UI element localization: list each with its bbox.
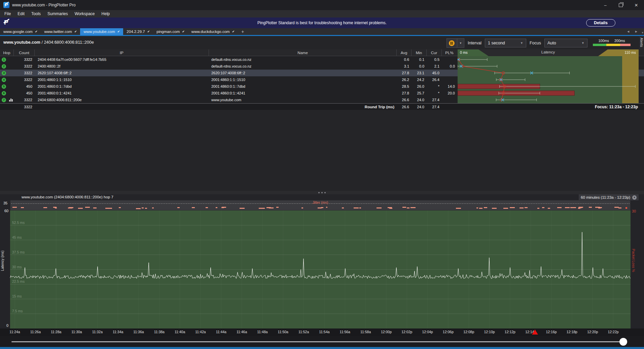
- target-header-bar: www.youtube.com / 2404:6800:4006:811::20…: [0, 36, 644, 49]
- time-tick-label: 11:26a: [30, 330, 41, 334]
- time-tick-label: 12:10p: [484, 330, 495, 334]
- pause-options-caret[interactable]: ▼: [457, 38, 464, 48]
- menu-item-tools[interactable]: Tools: [28, 11, 44, 17]
- svg-text:15 ms: 15 ms: [12, 294, 22, 298]
- jitter-mark: [410, 207, 416, 208]
- jitter-mark: [342, 207, 344, 208]
- cur-cell: 26.4: [426, 76, 441, 83]
- time-tick-label: 11:58a: [360, 330, 371, 334]
- details-button[interactable]: Details: [586, 19, 615, 27]
- time-range-button[interactable]: 60 minutes (11:23a - 12:23p) ▼: [579, 194, 639, 200]
- time-tick-label: 11:28a: [51, 330, 61, 334]
- hop-latency-graph[interactable]: [458, 56, 639, 103]
- menu-item-summaries[interactable]: Summaries: [44, 11, 71, 17]
- scale-100ms-label: 100ms: [598, 39, 609, 43]
- avg-cell: 28.5: [396, 83, 411, 90]
- ip-cell: 2001:4860:0:1::4241: [38, 90, 206, 96]
- tab-label: pingman.com: [156, 30, 180, 34]
- jitter-mark: [12, 207, 17, 208]
- jitter-mark: [542, 207, 544, 208]
- timeline-scrollbar: [0, 336, 644, 347]
- time-tick-label: 11:44a: [216, 330, 226, 334]
- menu-item-file[interactable]: File: [1, 11, 14, 17]
- svg-text:52.5 ms: 52.5 ms: [12, 221, 25, 225]
- interval-label: Interval: [468, 41, 481, 45]
- target-host: www.youtube.com: [3, 40, 40, 45]
- column-header-pl[interactable]: PL%: [441, 49, 457, 56]
- graph-indicator-icon: [9, 98, 13, 102]
- pause-icon: [449, 40, 455, 46]
- jitter-mark: [402, 207, 406, 208]
- jitter-mark: [476, 207, 478, 208]
- column-header-ip[interactable]: IP: [34, 49, 209, 56]
- jitter-mark: [570, 207, 574, 208]
- tab-label: www.twitter.com: [44, 30, 72, 34]
- jitter-mark: [598, 207, 600, 208]
- pingplotter-window: www.youtube.com - PingPlotter Pro – ✕ Fi…: [0, 0, 644, 349]
- jitter-mark: [142, 207, 144, 208]
- upgrade-banner: PingPlotter Standard is best for trouble…: [0, 17, 644, 28]
- column-header-hop[interactable]: Hop: [0, 49, 13, 56]
- pl-cell: [441, 70, 457, 76]
- focus-marker-icon[interactable]: [532, 329, 538, 335]
- jitter-mark: [377, 207, 379, 208]
- app-icon: [3, 2, 9, 8]
- focus-select[interactable]: Auto ▼: [544, 39, 587, 47]
- jitter-mark: [152, 207, 154, 208]
- menu-item-workspace[interactable]: Workspace: [72, 11, 98, 17]
- interval-value: 1 second: [488, 41, 505, 45]
- new-tab-button[interactable]: +: [238, 28, 247, 35]
- latency-max-label: 110 ms: [624, 50, 636, 54]
- pl-cell: [441, 56, 457, 63]
- interval-select[interactable]: 1 second ▼: [485, 39, 526, 47]
- splitter-handle[interactable]: [0, 191, 644, 194]
- jitter-mark: [388, 207, 392, 208]
- hop-number-badge: 5: [2, 84, 6, 89]
- chevron-down-icon: ▼: [520, 41, 523, 45]
- column-header-min[interactable]: Min: [411, 49, 426, 56]
- count-cell: 3322: [13, 76, 34, 83]
- menu-item-help[interactable]: Help: [99, 11, 113, 17]
- tab-list-caret-icon[interactable]: ▾: [642, 31, 643, 34]
- jitter-mark: [326, 207, 327, 208]
- hop-number-badge: 2: [2, 64, 6, 69]
- menu-item-edit[interactable]: Edit: [14, 11, 28, 17]
- target-tab[interactable]: www.google.com✔: [0, 28, 41, 35]
- avg-cell: 27.8: [396, 90, 411, 96]
- trace-controls: ▼ Interval 1 second ▼ Focus Auto ▼ 100ms…: [446, 38, 631, 48]
- column-header-count[interactable]: Count: [13, 49, 34, 56]
- maximize-button[interactable]: [613, 0, 629, 10]
- minimize-button[interactable]: –: [598, 0, 613, 10]
- time-tick-label: 11:24a: [9, 330, 20, 334]
- alerts-label: Alerts: [640, 38, 644, 47]
- target-tab[interactable]: 204.2.29.7✔: [123, 28, 153, 35]
- jitter-mark: [21, 207, 24, 208]
- chevron-down-circle-icon: ▼: [632, 195, 637, 200]
- tab-scroll-left-icon[interactable]: ◄: [627, 30, 630, 33]
- latency-timeline-chart[interactable]: 7.5 ms15 ms22.5 ms30 ms37.5 ms45 ms52.5 …: [0, 210, 644, 328]
- jitter-mark: [68, 207, 72, 208]
- chevron-down-icon: ▼: [581, 41, 584, 45]
- scrollbar-thumb[interactable]: [619, 338, 627, 346]
- cur-cell: 2.1: [426, 63, 441, 70]
- jitter-end-marker: [625, 207, 627, 209]
- jitter-mark: [614, 207, 619, 208]
- target-tab[interactable]: www.twitter.com✔: [41, 28, 80, 35]
- pause-button[interactable]: [446, 38, 457, 48]
- time-tick-label: 12:06p: [443, 330, 454, 334]
- window-title: www.youtube.com - PingPlotter Pro: [12, 3, 76, 7]
- target-tab[interactable]: www.youtube.com✔: [80, 28, 123, 35]
- column-header-name[interactable]: Name: [209, 49, 396, 56]
- scrollbar-track[interactable]: [11, 341, 623, 342]
- tab-label: www.google.com: [3, 30, 33, 34]
- tab-scroll-right-icon[interactable]: ►: [635, 30, 638, 33]
- column-header-avg[interactable]: Avg: [396, 49, 411, 56]
- close-button[interactable]: ✕: [629, 0, 644, 10]
- target-tab[interactable]: www.duckduckgo.com✔: [188, 28, 238, 35]
- avg-cell: 3.1: [396, 63, 411, 70]
- target-tab[interactable]: pingman.com✔: [153, 28, 188, 35]
- column-header-cur[interactable]: Cur: [426, 49, 441, 56]
- title-bar[interactable]: www.youtube.com - PingPlotter Pro – ✕: [0, 0, 644, 10]
- svg-text:30 ms: 30 ms: [12, 265, 22, 269]
- ip-cell: 2404:4408:6a7f:ce00:5607:7dff:fe14:7b55: [38, 56, 206, 63]
